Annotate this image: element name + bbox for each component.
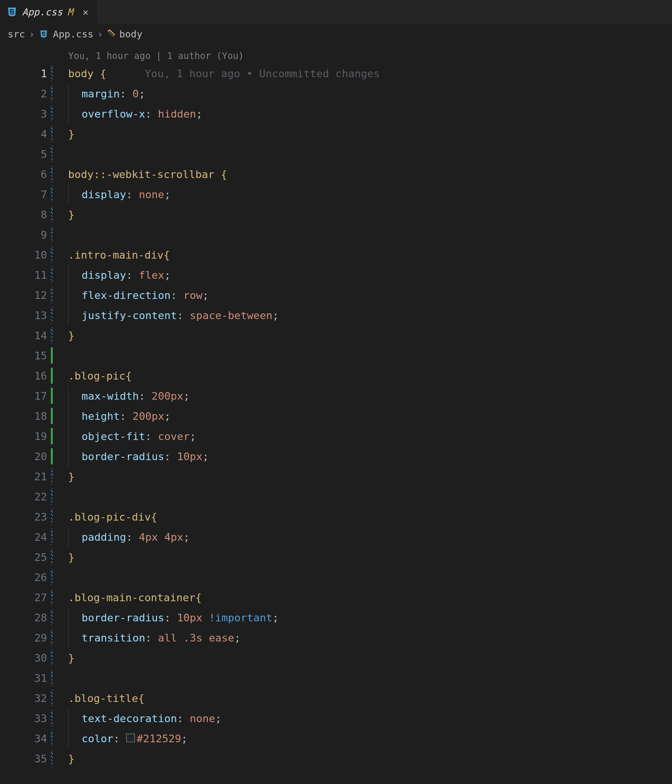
line-number: 4 bbox=[41, 128, 47, 140]
token-prop: transition bbox=[82, 632, 145, 644]
gutter-line: 16 bbox=[0, 366, 54, 386]
token-punct: ; bbox=[272, 612, 278, 624]
code-line[interactable]: } bbox=[68, 466, 672, 487]
code-line[interactable]: padding: 4px 4px; bbox=[68, 527, 672, 547]
tab-app-css[interactable]: App.css M ✕ bbox=[0, 0, 96, 24]
gutter-line: 25 bbox=[0, 547, 54, 567]
gutter-line: 12 bbox=[0, 285, 54, 305]
code-line[interactable]: .blog-title{ bbox=[68, 688, 672, 708]
code-line[interactable]: display: flex; bbox=[68, 265, 672, 285]
token-punct: : bbox=[126, 269, 139, 281]
line-number: 15 bbox=[35, 350, 48, 362]
git-modified-marker bbox=[51, 690, 53, 706]
code-line[interactable]: .blog-main-container{ bbox=[68, 587, 672, 607]
token-brace: { bbox=[221, 168, 227, 180]
token-punct: ; bbox=[203, 451, 209, 463]
code-line[interactable]: justify-content: space-between; bbox=[68, 305, 672, 325]
token-punct: ; bbox=[164, 410, 170, 422]
code-line[interactable]: } bbox=[68, 748, 672, 769]
code-line[interactable]: body::-webkit-scrollbar { bbox=[68, 164, 672, 184]
git-modified-marker bbox=[51, 750, 53, 767]
code-line[interactable]: } bbox=[68, 648, 672, 668]
token-val: all bbox=[158, 632, 183, 644]
gutter-line: 33 bbox=[0, 708, 54, 728]
breadcrumb-symbol[interactable]: body bbox=[120, 28, 143, 40]
gutter-line: 32 bbox=[0, 688, 54, 708]
token-pseudo: ::-webkit-scrollbar bbox=[94, 168, 221, 180]
token-brace: } bbox=[68, 128, 74, 140]
line-number: 19 bbox=[35, 430, 48, 442]
code-line[interactable] bbox=[68, 225, 672, 245]
code-line[interactable]: display: none; bbox=[68, 184, 672, 204]
git-modified-marker bbox=[51, 468, 53, 485]
code-line[interactable]: body {You, 1 hour ago • Uncommitted chan… bbox=[68, 63, 672, 83]
code-line[interactable]: } bbox=[68, 124, 672, 144]
gutter-line: 24 bbox=[0, 527, 54, 547]
line-number: 9 bbox=[41, 229, 47, 241]
git-modified-marker bbox=[51, 307, 53, 323]
line-number: 35 bbox=[35, 753, 48, 765]
code-line[interactable]: .blog-pic-div{ bbox=[68, 507, 672, 527]
git-modified-marker bbox=[51, 589, 53, 606]
gutter-line: 2 bbox=[0, 83, 54, 104]
line-number: 23 bbox=[35, 511, 48, 523]
gutter: 1234567891011121314151617181920212223242… bbox=[0, 44, 54, 784]
token-punct: : bbox=[145, 632, 158, 644]
css-file-icon bbox=[7, 7, 17, 17]
code-line[interactable] bbox=[68, 487, 672, 507]
code-line[interactable]: color: #212529; bbox=[68, 728, 672, 748]
code-line[interactable]: overflow-x: hidden; bbox=[68, 104, 672, 124]
code-line[interactable]: .intro-main-div{ bbox=[68, 245, 672, 265]
token-sel: body bbox=[68, 68, 100, 80]
token-num: 0 bbox=[132, 88, 139, 100]
code-line[interactable]: } bbox=[68, 325, 672, 345]
code-line[interactable]: object-fit: cover; bbox=[68, 426, 672, 446]
line-number: 12 bbox=[35, 289, 48, 301]
code-line[interactable]: flex-direction: row; bbox=[68, 285, 672, 305]
code-line[interactable]: height: 200px; bbox=[68, 406, 672, 426]
gutter-line: 19 bbox=[0, 426, 54, 446]
code-line[interactable]: .blog-pic{ bbox=[68, 366, 672, 386]
token-brace: } bbox=[68, 330, 74, 342]
tab-bar: App.css M ✕ bbox=[0, 0, 672, 24]
code-line[interactable]: transition: all .3s ease; bbox=[68, 628, 672, 648]
git-modified-marker bbox=[51, 166, 53, 182]
token-val: none bbox=[190, 713, 215, 725]
git-modified-marker bbox=[51, 630, 53, 646]
token-class: .intro-main-div bbox=[68, 249, 164, 261]
gutter-line: 1 bbox=[0, 63, 54, 83]
git-modified-marker bbox=[51, 65, 53, 82]
token-punct: : bbox=[177, 713, 190, 725]
token-brace: } bbox=[68, 753, 74, 765]
color-swatch[interactable] bbox=[126, 734, 135, 742]
tab-filename: App.css bbox=[22, 6, 62, 18]
code-line[interactable] bbox=[68, 668, 672, 688]
breadcrumb-folder[interactable]: src bbox=[8, 28, 25, 40]
git-modified-marker bbox=[51, 206, 53, 223]
close-icon[interactable]: ✕ bbox=[83, 6, 88, 18]
code-line[interactable] bbox=[68, 345, 672, 366]
line-number: 33 bbox=[35, 713, 48, 725]
token-prop: padding bbox=[82, 531, 126, 543]
code-line[interactable]: max-width: 200px; bbox=[68, 386, 672, 406]
git-modified-marker bbox=[51, 226, 53, 243]
code-line[interactable]: } bbox=[68, 547, 672, 567]
token-punct: ; bbox=[139, 88, 145, 100]
git-modified-marker bbox=[51, 247, 53, 263]
breadcrumb-file[interactable]: App.css bbox=[53, 28, 93, 40]
code-editor[interactable]: 1234567891011121314151617181920212223242… bbox=[0, 44, 672, 784]
git-added-marker bbox=[51, 388, 53, 404]
token-prop: max-width bbox=[82, 390, 139, 402]
code-line[interactable]: } bbox=[68, 204, 672, 225]
code-line[interactable]: border-radius: 10px !important; bbox=[68, 607, 672, 628]
code-area[interactable]: You, 1 hour ago | 1 author (You) body {Y… bbox=[54, 44, 672, 784]
code-line[interactable] bbox=[68, 144, 672, 164]
code-line[interactable]: text-decoration: none; bbox=[68, 708, 672, 728]
git-modified-marker bbox=[51, 529, 53, 545]
code-line[interactable]: border-radius: 10px; bbox=[68, 446, 672, 466]
token-prop: text-decoration bbox=[82, 713, 177, 725]
code-line[interactable]: margin: 0; bbox=[68, 83, 672, 104]
gutter-line: 15 bbox=[0, 345, 54, 366]
token-brace: } bbox=[68, 652, 74, 664]
code-line[interactable] bbox=[68, 567, 672, 587]
